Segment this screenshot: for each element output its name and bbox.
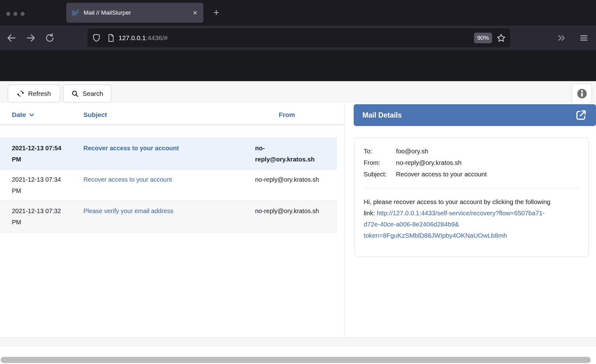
refresh-button[interactable]: Refresh [8,85,60,102]
from-label: From: [364,157,396,168]
menu-hamburger-icon[interactable] [579,33,589,43]
forward-icon[interactable] [26,33,36,43]
new-tab-button[interactable]: + [213,7,219,17]
subject-label: Subject: [364,169,396,179]
to-value: foo@ory.sh [396,146,580,156]
main-content: Date Subject From 2021-12-13 07:54 PM Re… [0,103,596,338]
date-header-label: Date [12,111,26,119]
mail-row-from: no-reply@ory.kratos.sh [255,205,332,228]
search-label: Search [82,90,103,97]
url-bar[interactable]: 127.0.0.1:4436/# 90% [87,28,510,47]
mailslurper-header: s ⚙ [0,50,596,81]
url-text[interactable]: 127.0.0.1:4436/# [119,34,474,42]
refresh-label: Refresh [28,90,51,97]
mail-row-subject-link[interactable]: Recover access to your account [83,142,255,165]
search-button[interactable]: Search [63,85,111,102]
window-controls[interactable] [6,12,25,16]
mail-row-date: 2021-12-13 07:54 PM [12,142,83,165]
mail-rows: 2021-12-13 07:54 PM Recover access to yo… [0,138,337,232]
shield-icon[interactable] [92,33,101,43]
back-icon[interactable] [6,33,17,43]
column-header-date[interactable]: Date [12,111,83,119]
browser-navbar: 127.0.0.1:4436/# 90% [0,26,596,50]
column-header-subject[interactable]: Subject [83,111,255,119]
mail-row-date: 2021-12-13 07:32 PM [12,205,83,228]
refresh-icon [17,90,24,97]
horizontal-scrollbar-track[interactable] [0,346,596,364]
search-icon [71,90,79,97]
mail-row-subject-link[interactable]: Please verify your email address [83,205,255,228]
mail-row-from: no-reply@ory.kratos.sh [255,142,332,165]
browser-tab-bar: Mail // MailSlurper × + [0,0,596,26]
mail-meta: To: foo@ory.sh From: no-reply@ory.kratos… [364,146,580,179]
page-icon[interactable] [107,34,115,42]
mail-list-header-row: Date Subject From [0,111,344,125]
external-link-icon[interactable] [575,109,587,121]
mail-row-subject-link[interactable]: Recover access to your account [83,174,255,196]
mail-row-from: no-reply@ory.kratos.sh [255,174,332,196]
mail-list-row[interactable]: 2021-12-13 07:34 PM Recover access to yo… [0,170,337,201]
mail-details-panel: Mail Details To: foo@ory.sh From: no-rep… [345,103,596,338]
bookmark-star-icon[interactable] [496,33,506,43]
info-button[interactable] [572,84,592,104]
mail-body-link[interactable]: http://127.0.0.1:4433/self-service/recov… [364,209,545,239]
zoom-level-badge[interactable]: 90% [474,33,492,43]
browser-tab[interactable]: Mail // MailSlurper × [66,3,203,23]
horizontal-scrollbar-thumb[interactable] [1,357,591,363]
footer-band [0,338,596,346]
mail-list-row[interactable]: 2021-12-13 07:54 PM Recover access to yo… [0,138,337,170]
mail-body: Hi, please recover access to your accoun… [364,196,553,241]
chevron-down-icon [29,112,35,118]
column-header-from[interactable]: From [255,111,338,119]
details-divider [364,189,580,189]
reload-icon[interactable] [45,33,55,43]
overflow-chevrons-icon[interactable] [557,33,566,43]
tab-close-icon[interactable]: × [192,8,198,17]
tab-title: Mail // MailSlurper [84,9,192,16]
mailslurper-favicon-icon [71,9,79,17]
info-circle-icon [577,88,587,99]
from-value: no-reply@ory.kratos.sh [396,157,580,168]
mail-list-panel: Date Subject From 2021-12-13 07:54 PM Re… [0,103,345,338]
actions-toolbar: Refresh Search [0,81,596,103]
subject-value: Recover access to your account [396,169,580,179]
mail-details-title: Mail Details [362,111,575,119]
mail-details-card: To: foo@ory.sh From: no-reply@ory.kratos… [355,138,589,257]
mail-row-date: 2021-12-13 07:34 PM [12,174,83,196]
mail-details-header: Mail Details [354,104,596,126]
mail-list-row[interactable]: 2021-12-13 07:32 PM Please verify your e… [0,201,337,232]
to-label: To: [364,146,396,156]
